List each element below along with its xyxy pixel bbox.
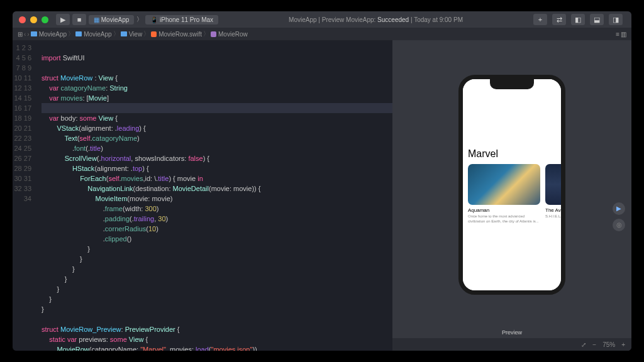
nav-grid-icon[interactable]: ⊞ bbox=[18, 31, 23, 38]
movie-card[interactable]: The Aven S.H.I.E.L.D launch the... bbox=[545, 164, 561, 224]
movie-card[interactable]: Aquaman Once home to the most advanced c… bbox=[468, 164, 540, 224]
movie-title: Aquaman bbox=[468, 207, 540, 213]
panel-left-icon[interactable]: ◧ bbox=[571, 14, 585, 25]
movie-poster bbox=[545, 164, 561, 205]
canvas-footer: ⤢ − 75% + bbox=[392, 338, 631, 351]
build-status: MovieApp | Preview MovieApp: Succeeded |… bbox=[218, 16, 533, 23]
expand-icon[interactable]: ⤢ bbox=[581, 341, 586, 348]
chevron-right-icon: 〉 bbox=[136, 15, 143, 24]
struct-icon bbox=[211, 31, 216, 37]
preview-play-button[interactable]: ▶ bbox=[613, 202, 625, 215]
preview-inspect-button[interactable]: ◎ bbox=[613, 219, 625, 231]
movie-poster bbox=[468, 164, 540, 205]
zoom-icon[interactable] bbox=[42, 16, 48, 23]
panel-bottom-icon[interactable]: ⬓ bbox=[590, 14, 604, 25]
preview-canvas: Marvel Aquaman Once home to the most adv… bbox=[392, 40, 631, 351]
add-button[interactable]: + bbox=[533, 14, 547, 25]
line-gutter: 1 2 3 4 5 6 7 8 9 10 11 12 13 14 15 16 1… bbox=[13, 40, 38, 351]
stop-button[interactable]: ■ bbox=[72, 14, 86, 25]
folder-icon bbox=[121, 31, 127, 36]
zoom-in-button[interactable]: + bbox=[621, 341, 625, 348]
movie-title: The Aven bbox=[545, 207, 561, 213]
zoom-level[interactable]: 75% bbox=[602, 341, 615, 348]
zoom-out-button[interactable]: − bbox=[592, 341, 596, 348]
run-button[interactable]: ▶ bbox=[56, 14, 70, 25]
scheme-selector[interactable]: ▦ MovieApp 〉 📱 iPhone 11 Pro Max bbox=[89, 15, 218, 25]
library-button[interactable]: ⇄ bbox=[552, 14, 566, 25]
swift-file-icon bbox=[151, 31, 157, 37]
xcode-window: ▶ ■ ▦ MovieApp 〉 📱 iPhone 11 Pro Max Mov… bbox=[13, 11, 631, 351]
preview-label: Preview bbox=[392, 329, 631, 338]
notch-icon bbox=[490, 79, 534, 89]
category-title: Marvel bbox=[468, 148, 498, 160]
panel-right-icon[interactable]: ◨ bbox=[609, 14, 623, 25]
folder-icon bbox=[75, 31, 82, 36]
close-icon[interactable] bbox=[19, 16, 26, 23]
movie-desc: Once home to the most advanced civilizat… bbox=[468, 214, 540, 224]
split-editor-icon[interactable]: ▥ bbox=[621, 31, 626, 38]
code-content[interactable]: import SwiftUI struct MovieRow : View { … bbox=[38, 40, 392, 351]
traffic-lights bbox=[19, 16, 48, 23]
titlebar: ▶ ■ ▦ MovieApp 〉 📱 iPhone 11 Pro Max Mov… bbox=[13, 11, 631, 28]
breadcrumb[interactable]: ⊞ ‹› MovieApp〉 MovieApp〉 View〉 MovieRow.… bbox=[13, 28, 631, 40]
code-editor[interactable]: 1 2 3 4 5 6 7 8 9 10 11 12 13 14 15 16 1… bbox=[13, 40, 392, 351]
movie-desc: S.H.I.E.L.D launch the... bbox=[545, 214, 561, 219]
minimize-icon[interactable] bbox=[30, 16, 37, 23]
preview-screen: Marvel Aquaman Once home to the most adv… bbox=[463, 79, 561, 290]
movie-row: Aquaman Once home to the most advanced c… bbox=[468, 164, 561, 224]
related-items-icon[interactable]: ≡ bbox=[616, 31, 619, 38]
project-icon bbox=[31, 31, 37, 36]
device-frame[interactable]: Marvel Aquaman Once home to the most adv… bbox=[458, 75, 565, 295]
